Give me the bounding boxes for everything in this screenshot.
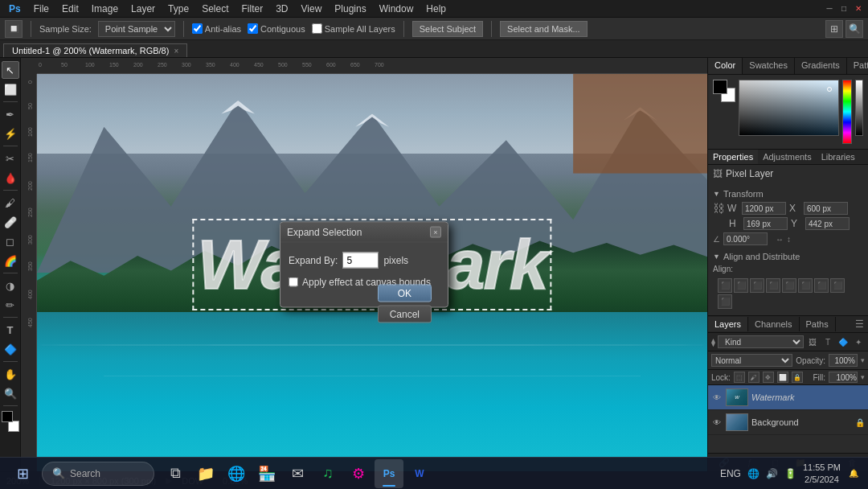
dialog-ok-button[interactable]: OK [378,285,432,302]
tab-patterns[interactable]: Patterns [847,58,868,74]
taskbar-word[interactable]: W [405,459,434,488]
angle-input[interactable] [723,232,768,245]
fg-bg-color-widget[interactable] [0,411,21,432]
maximize-button[interactable]: □ [837,2,850,15]
close-button[interactable]: ✕ [852,2,865,15]
canvas-tab[interactable]: Untitled-1 @ 200% (Watermark, RGB/8) × [3,43,187,57]
taskbar-task-view[interactable]: ⧉ [161,459,190,488]
color-gradient-picker[interactable] [739,80,839,136]
flip-h-icon[interactable]: ↔ [776,235,784,244]
apply-effect-checkbox[interactable] [289,277,298,287]
tab-swatches[interactable]: Swatches [743,58,795,74]
opacity-input[interactable] [829,354,858,367]
distribute-h-button[interactable]: ⬛ [814,278,829,293]
menu-plugins[interactable]: Plugins [329,2,371,16]
align-left-button[interactable]: ⬛ [718,278,732,293]
tool-zoom[interactable]: 🔍 [2,384,19,402]
distribute-v-button[interactable]: ⬛ [830,278,845,293]
select-subject-button[interactable]: Select Subject [412,21,483,37]
tab-properties[interactable]: Properties [708,150,758,164]
blend-mode-select[interactable]: Normal [711,354,792,367]
tool-lasso[interactable]: ✒ [2,105,19,123]
tab-layers[interactable]: Layers [708,317,748,331]
lock-move-button[interactable]: ✥ [763,372,774,383]
menu-filter[interactable]: Filter [235,2,268,16]
align-toggle[interactable]: ▼ Align and Distribute [713,252,863,261]
spectrum-bar[interactable] [842,80,852,144]
taskbar-explorer[interactable]: 📁 [191,459,220,488]
taskbar-search-bar[interactable]: 🔍 Search [42,462,154,486]
lock-artboard-button[interactable]: ⬜ [777,372,788,383]
tool-type[interactable]: T [2,321,19,339]
taskbar-battery-icon[interactable]: 🔋 [783,466,798,481]
layers-type-icon[interactable]: T [821,335,834,348]
tab-paths[interactable]: Paths [800,317,836,331]
sample-size-select[interactable]: Point Sample [98,21,175,37]
layers-shape-icon[interactable]: 🔷 [837,335,850,348]
h-input[interactable] [743,217,788,230]
expand-by-input[interactable] [342,253,379,269]
tab-channels[interactable]: Channels [748,317,799,331]
layer-item-watermark[interactable]: 👁 W Watermark [708,385,868,410]
layer-item-background[interactable]: 👁 Background 🔒 [708,410,868,435]
menu-view[interactable]: View [296,2,328,16]
anti-alias-checkbox[interactable] [192,23,203,34]
bw-strip[interactable] [855,80,863,136]
contiguous-checkbox[interactable] [248,23,258,34]
dialog-cancel-button[interactable]: Cancel [378,306,432,323]
menu-select[interactable]: Select [196,2,234,16]
tab-libraries[interactable]: Libraries [817,150,860,164]
lock-paint-button[interactable]: 🖌 [748,372,760,383]
menu-window[interactable]: Window [374,2,420,16]
tool-pen[interactable]: ✏ [2,296,19,314]
layers-kind-select[interactable]: Kind [718,335,804,348]
tool-shape[interactable]: 🔷 [2,340,19,358]
menu-file[interactable]: File [28,2,55,16]
fg-color[interactable] [2,411,13,422]
align-top-button[interactable]: ⬛ [766,278,780,293]
lock-all-button[interactable]: 🔒 [792,372,803,383]
menu-edit[interactable]: Edit [56,2,84,16]
taskbar-edge[interactable]: 🌐 [222,459,251,488]
tool-gradient[interactable]: 🌈 [2,252,19,269]
tool-selection[interactable]: ↖ [2,61,19,79]
tool-marquee[interactable]: ⬜ [2,80,19,98]
arrange-icon[interactable]: ⊞ [825,20,843,38]
menu-3d[interactable]: 3D [270,2,293,16]
align-center-h-button[interactable]: ⬛ [734,278,748,293]
align-right-button[interactable]: ⬛ [750,278,764,293]
opacity-arrow[interactable]: ▾ [861,356,865,364]
w-input[interactable] [742,202,786,215]
taskbar-spotify[interactable]: ♫ [313,459,342,488]
tab-gradients[interactable]: Gradients [795,58,847,74]
tab-close-button[interactable]: × [174,47,178,55]
menu-type[interactable]: Type [162,2,194,16]
taskbar-store[interactable]: 🏪 [252,459,281,488]
minimize-button[interactable]: ─ [823,2,836,15]
layer-visibility-background[interactable]: 👁 [711,417,723,428]
menu-help[interactable]: Help [420,2,452,16]
align-bottom-button[interactable]: ⬛ [798,278,813,293]
search-right-icon[interactable]: 🔍 [845,20,863,38]
layer-visibility-watermark[interactable]: 👁 [711,392,723,403]
fill-arrow[interactable]: ▾ [861,373,865,381]
taskbar-volume-icon[interactable]: 🔊 [764,466,780,481]
tool-crop[interactable]: ✂ [2,150,19,167]
taskbar-lang[interactable]: ENG [719,466,743,481]
y-input[interactable] [805,217,850,230]
start-button[interactable]: ⊞ [6,459,39,488]
tab-adjustments[interactable]: Adjustments [758,150,817,164]
taskbar-network-icon[interactable]: 🌐 [746,466,761,481]
tab-color[interactable]: Color [708,58,743,74]
tool-eraser[interactable]: ◻ [2,232,19,250]
sample-all-checkbox[interactable] [312,23,322,34]
bg-color[interactable] [8,421,19,432]
dialog-close-button[interactable]: × [430,227,441,238]
layers-pixel-icon[interactable]: 🖼 [806,335,819,348]
tool-dodge[interactable]: ◑ [2,277,19,294]
distribute-extra-button[interactable]: ⬛ [718,294,732,309]
tool-brush[interactable]: 🖌 [2,194,19,212]
tool-magic-wand[interactable]: ⚡ [2,125,19,142]
taskbar-mail[interactable]: ✉ [283,459,312,488]
layers-panel-menu[interactable]: ☰ [851,316,868,332]
